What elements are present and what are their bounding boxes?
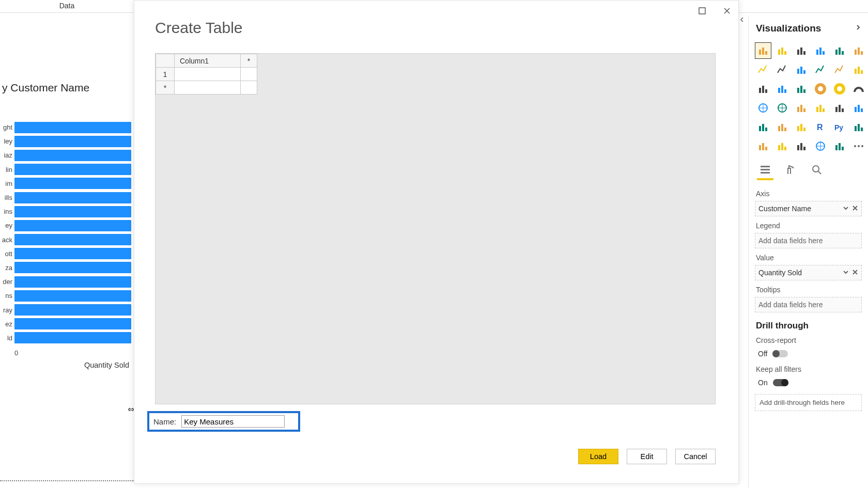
table-icon[interactable] [774, 119, 791, 135]
bar-row: ght [0, 120, 134, 134]
svg-point-34 [816, 85, 825, 93]
background-chart: y Customer Name ghtleyiazlinimillsinseya… [0, 14, 134, 484]
collapse-pane-icon[interactable] [855, 24, 862, 33]
drill-through-drop-area[interactable]: Add drill-through fields here [755, 394, 862, 411]
bar-row: ez [0, 317, 134, 331]
bar-label: ez [0, 320, 14, 328]
card-icon[interactable] [831, 100, 848, 116]
donut-icon[interactable] [831, 81, 848, 97]
table-name-input[interactable] [181, 415, 285, 428]
qa-icon[interactable] [774, 138, 791, 154]
svg-rect-29 [781, 86, 783, 93]
decomposition-icon[interactable] [755, 138, 771, 154]
powerapps-icon[interactable] [831, 138, 848, 154]
axis-zero: 0 [14, 349, 134, 357]
more-icon[interactable] [850, 138, 867, 154]
bar-label: ins [0, 208, 14, 215]
bar [14, 262, 131, 273]
filled-map-icon[interactable] [774, 100, 791, 116]
line-icon[interactable] [755, 61, 771, 78]
svg-rect-49 [861, 108, 863, 112]
gauge-icon[interactable] [850, 81, 867, 97]
svg-rect-26 [762, 86, 764, 93]
format-tab-icon[interactable] [784, 163, 798, 177]
cancel-button[interactable]: Cancel [675, 449, 716, 464]
cross-report-toggle[interactable] [772, 350, 788, 357]
r-visual-icon[interactable]: R [812, 119, 829, 135]
column-header[interactable]: Column1 [175, 54, 241, 68]
svg-rect-65 [762, 143, 764, 150]
svg-rect-64 [759, 145, 761, 150]
svg-point-79 [861, 145, 863, 147]
field-format-tabs [755, 160, 862, 179]
value-field-pill[interactable]: Quantity Sold [755, 265, 862, 280]
axis-field-pill[interactable]: Customer Name [755, 201, 862, 216]
cell-add-1 [175, 81, 241, 95]
funnel-icon[interactable] [774, 81, 791, 97]
stacked-bar-100-icon[interactable] [831, 42, 848, 59]
multi-card-icon[interactable] [850, 100, 867, 116]
table2-icon[interactable] [793, 119, 810, 135]
maximize-icon[interactable] [696, 5, 708, 17]
clustered-column-icon[interactable] [774, 42, 791, 59]
close-icon[interactable] [721, 5, 733, 17]
row-header-1[interactable]: 1 [156, 68, 175, 81]
pie-icon[interactable] [812, 81, 829, 97]
matrix-icon[interactable] [793, 100, 810, 116]
bar-label: ey [0, 222, 14, 229]
svg-rect-11 [819, 48, 822, 55]
remove-field-icon[interactable] [852, 269, 858, 277]
bar-row: ley [0, 134, 134, 148]
stacked-bar-icon[interactable] [755, 42, 771, 59]
chevron-down-icon[interactable] [843, 269, 849, 277]
waterfall-icon[interactable] [850, 61, 867, 78]
tooltips-drop-area[interactable]: Add data fields here [755, 297, 862, 312]
svg-rect-74 [835, 145, 838, 150]
analytics-tab-icon[interactable] [810, 163, 824, 177]
treemap-icon[interactable] [793, 81, 810, 97]
scatter-icon[interactable] [755, 81, 771, 97]
bar-row: ott [0, 247, 134, 261]
cell-1-1[interactable] [175, 68, 241, 81]
svg-rect-43 [823, 108, 825, 112]
slicer-icon[interactable] [755, 119, 771, 135]
bar-label: ray [0, 306, 14, 314]
chart-title: y Customer Name [0, 14, 134, 94]
bar-label: ght [0, 123, 14, 131]
stacked-area-icon[interactable] [793, 61, 810, 78]
svg-rect-57 [800, 124, 802, 131]
svg-rect-30 [784, 89, 786, 93]
line-stacked-icon[interactable] [831, 61, 848, 78]
data-tab[interactable]: Data [0, 0, 134, 13]
remove-field-icon[interactable] [852, 204, 858, 213]
visualizations-pane: Visualizations RPy Axis Customer Name Le… [748, 15, 868, 488]
arcgis-icon[interactable] [812, 138, 829, 154]
svg-rect-50 [759, 126, 761, 131]
chevron-down-icon[interactable] [843, 204, 849, 213]
paginated-icon[interactable] [793, 138, 810, 154]
add-column[interactable]: * [241, 54, 257, 68]
filters-collapse-handle[interactable] [739, 15, 748, 145]
svg-rect-56 [797, 126, 799, 131]
edit-button[interactable]: Edit [627, 449, 667, 464]
py-visual-icon[interactable]: Py [831, 119, 848, 135]
svg-rect-24 [861, 70, 863, 74]
keep-filters-toggle[interactable] [773, 379, 788, 386]
ribbon-icon[interactable] [850, 42, 867, 59]
legend-drop-area[interactable]: Add data fields here [755, 233, 862, 248]
area-icon[interactable] [774, 61, 791, 78]
key-influencers-icon[interactable] [850, 119, 867, 135]
stacked-column-icon[interactable] [793, 42, 810, 59]
map-icon[interactable] [755, 100, 771, 116]
load-button[interactable]: Load [578, 449, 618, 464]
kpi-icon[interactable] [812, 100, 829, 116]
line-clustered-icon[interactable] [812, 61, 829, 78]
fields-tab-icon[interactable] [758, 163, 772, 177]
bar [14, 304, 131, 316]
clustered-bar-icon[interactable] [812, 42, 829, 59]
add-row[interactable]: * [156, 81, 175, 95]
table-grid[interactable]: Column1 * 1 * [155, 53, 716, 404]
bar-label: iaz [0, 151, 14, 159]
bar [14, 122, 131, 133]
chart-bars: ghtleyiazlinimillsinseyackottzadernsraye… [0, 120, 134, 369]
